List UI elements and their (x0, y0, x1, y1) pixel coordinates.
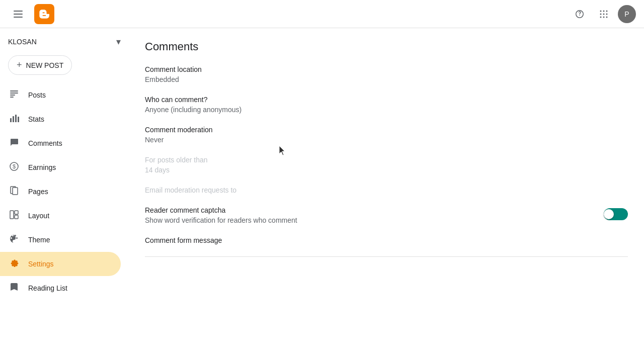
top-bar-left (8, 4, 54, 24)
svg-rect-1 (14, 14, 23, 15)
sidebar-item-stats[interactable]: Stats (0, 107, 121, 131)
sidebar-item-pages[interactable]: Pages (0, 179, 121, 204)
captcha-content[interactable]: Reader comment captcha Show word verific… (145, 206, 592, 224)
svg-point-4 (603, 10, 605, 12)
earnings-label: Earnings (28, 163, 56, 171)
posts-label: Posts (28, 91, 46, 99)
settings-label: Settings (28, 260, 54, 268)
sidebar-item-posts[interactable]: Posts (0, 83, 121, 107)
svg-point-6 (600, 13, 602, 15)
blog-selector[interactable]: KLOSAN ▾ (0, 32, 129, 51)
reading-list-icon (8, 282, 20, 295)
captcha-toggle-container (604, 208, 628, 220)
captcha-description: Show word verification for readers who c… (145, 216, 592, 224)
plus-icon: + (17, 60, 22, 70)
comments-label: Comments (28, 139, 62, 147)
sidebar-item-layout[interactable]: Layout (0, 204, 121, 228)
svg-rect-25 (15, 211, 18, 214)
svg-rect-17 (13, 116, 14, 122)
sidebar: KLOSAN ▾ + NEW POST Posts (0, 28, 129, 362)
settings-icon (8, 258, 20, 270)
svg-rect-26 (15, 215, 18, 219)
stats-icon (8, 113, 20, 126)
setting-for-posts-older-than[interactable]: For posts older than 14 days (145, 156, 628, 174)
comments-icon (8, 137, 20, 150)
svg-rect-13 (10, 93, 18, 94)
svg-text:$: $ (13, 163, 16, 169)
blog-name: KLOSAN (8, 38, 116, 46)
setting-reader-comment-captcha: Reader comment captcha Show word verific… (145, 206, 628, 224)
svg-point-10 (603, 16, 605, 18)
comment-form-message-label: Comment form message (145, 236, 628, 244)
theme-icon (8, 234, 20, 246)
svg-rect-19 (18, 117, 19, 122)
svg-rect-18 (15, 115, 17, 122)
reading-list-label: Reading List (28, 284, 67, 292)
svg-point-8 (606, 13, 608, 15)
sidebar-item-comments[interactable]: Comments (0, 131, 121, 155)
captcha-toggle[interactable] (604, 208, 628, 220)
comment-location-label: Comment location (145, 65, 628, 73)
svg-point-5 (606, 10, 608, 12)
for-posts-older-than-label: For posts older than (145, 156, 628, 164)
svg-point-3 (600, 10, 602, 12)
blogger-logo (34, 4, 54, 24)
svg-rect-0 (14, 11, 23, 12)
captcha-label: Reader comment captcha (145, 206, 592, 214)
comment-moderation-label: Comment moderation (145, 126, 628, 134)
layout-label: Layout (28, 212, 49, 220)
layout-icon (8, 210, 20, 222)
setting-who-can-comment[interactable]: Who can comment? Anyone (including anony… (145, 96, 628, 114)
menu-button[interactable] (8, 4, 28, 24)
top-bar-right: P (570, 4, 636, 24)
svg-point-11 (606, 16, 608, 18)
svg-rect-14 (10, 95, 15, 96)
setting-comment-location[interactable]: Comment location Embedded (145, 65, 628, 83)
theme-label: Theme (28, 236, 50, 244)
email-moderation-label: Email moderation requests to (145, 186, 628, 194)
comment-location-value: Embedded (145, 75, 628, 83)
comment-moderation-value: Never (145, 136, 628, 144)
apps-button[interactable] (594, 4, 614, 24)
svg-rect-15 (10, 97, 14, 98)
dropdown-arrow-icon: ▾ (116, 36, 121, 47)
sidebar-item-theme[interactable]: Theme (0, 228, 121, 252)
setting-comment-form-message[interactable]: Comment form message (145, 236, 628, 244)
sidebar-item-settings[interactable]: Settings (0, 252, 121, 276)
for-posts-older-than-value: 14 days (145, 166, 628, 174)
svg-rect-24 (10, 211, 14, 219)
content-area: Comments Comment location Embedded Who c… (129, 28, 644, 362)
divider (145, 256, 628, 257)
main-area: KLOSAN ▾ + NEW POST Posts (0, 28, 644, 362)
section-title: Comments (145, 40, 628, 53)
toggle-knob (604, 209, 614, 219)
earnings-icon: $ (8, 161, 20, 174)
who-can-comment-value: Anyone (including anonymous) (145, 106, 628, 114)
setting-comment-moderation[interactable]: Comment moderation Never (145, 126, 628, 144)
who-can-comment-label: Who can comment? (145, 96, 628, 104)
svg-point-9 (600, 16, 602, 18)
new-post-button[interactable]: + NEW POST (8, 55, 72, 75)
svg-rect-2 (14, 17, 23, 18)
top-bar: P (0, 0, 644, 28)
pages-label: Pages (28, 188, 48, 196)
svg-point-7 (603, 13, 605, 15)
stats-label: Stats (28, 115, 44, 123)
sidebar-item-reading-list[interactable]: Reading List (0, 276, 121, 300)
posts-icon (8, 89, 20, 102)
setting-email-moderation[interactable]: Email moderation requests to (145, 186, 628, 194)
pages-icon (8, 186, 20, 198)
svg-rect-23 (13, 188, 18, 195)
svg-rect-12 (10, 90, 18, 92)
avatar[interactable]: P (618, 5, 636, 23)
help-button[interactable] (570, 4, 590, 24)
sidebar-item-earnings[interactable]: $ Earnings (0, 155, 121, 179)
svg-rect-16 (10, 118, 12, 122)
